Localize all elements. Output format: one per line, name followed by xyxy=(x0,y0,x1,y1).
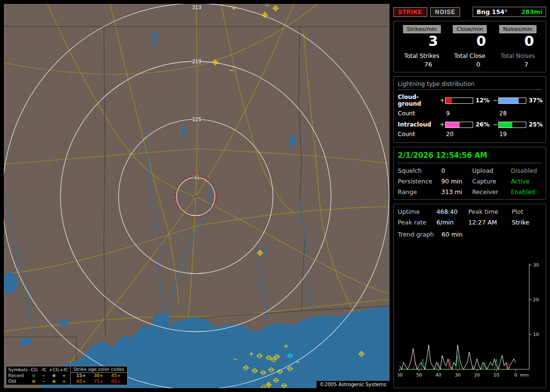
strike-button[interactable]: STRIKE xyxy=(393,7,427,17)
map-canvas: 31125219313 xyxy=(4,4,390,388)
noises-per-min-chip[interactable]: Noises/min xyxy=(499,25,536,33)
peak-rate-label: Peak rate xyxy=(398,219,436,226)
total-strikes-label: Total Strikes xyxy=(398,53,446,59)
close-rate-value: 0 xyxy=(446,33,493,49)
trend-graph-period: 60 min xyxy=(442,231,463,238)
svg-text:50: 50 xyxy=(416,372,422,378)
total-close-value: 0 xyxy=(446,61,493,68)
peak-time-value: 12:27 AM xyxy=(468,219,512,226)
svg-text:10: 10 xyxy=(533,332,539,337)
recent-label: Recent xyxy=(7,373,29,378)
minus-sign: − xyxy=(492,121,498,128)
datetime-display: 2/1/2026 12:54:56 AM xyxy=(398,151,542,163)
map-legend: Symbols -CG -IC +CG +IC Recent ⊖ − ⊕ + O… xyxy=(6,366,128,385)
top-toolbar: STRIKE NOISE Bng 154° 283mi xyxy=(393,4,546,17)
age-header: Strike age color codes xyxy=(71,366,127,373)
total-strikes-value: 76 xyxy=(398,61,446,68)
receiver-state: Enabled xyxy=(511,188,542,196)
ic-neg-pct: 25% xyxy=(526,121,541,128)
noises-rate-value: 0 xyxy=(494,33,542,49)
svg-text:20: 20 xyxy=(474,372,480,378)
svg-text:10: 10 xyxy=(493,372,499,378)
plot-value: Strike xyxy=(512,219,542,226)
plus-sign: + xyxy=(439,97,445,104)
svg-text:30: 30 xyxy=(455,372,461,378)
age-75: 75+ xyxy=(90,378,107,384)
cg-pos-bar xyxy=(445,98,473,104)
recent-pos-cg-icon: ⊕ xyxy=(49,373,59,378)
age-15: 15+ xyxy=(72,373,90,378)
ic-pos-bar xyxy=(445,122,473,128)
old-label: Old xyxy=(7,378,29,384)
old-neg-ic-icon: − xyxy=(39,378,49,384)
age-90: 90+ xyxy=(107,378,125,384)
cg-neg-count: 28 xyxy=(498,110,526,117)
distribution-title: Lightning type distribution xyxy=(398,81,542,90)
sensor-location-marker xyxy=(195,196,197,197)
svg-text:min: min xyxy=(520,372,529,378)
noise-button[interactable]: NOISE xyxy=(430,7,460,17)
upload-label: Upload xyxy=(472,167,511,174)
svg-text:30: 30 xyxy=(533,262,539,267)
cg-neg-pct: 37% xyxy=(526,97,541,104)
strikes-rate-value: 3 xyxy=(398,33,446,49)
total-close-label: Total Close xyxy=(446,53,493,59)
peak-rate-value: 6/min xyxy=(436,219,468,226)
cloud-ground-label: Cloud-ground xyxy=(398,94,439,107)
strikes-per-min-chip[interactable]: Strikes/min xyxy=(403,25,441,33)
cg-count-label: Count xyxy=(398,110,439,117)
trend-graph-label: Trend graph xyxy=(398,231,434,238)
intracloud-row: Intracloud + 26% − 25% Count 20 19 xyxy=(398,121,542,138)
copyright-notice: ©2005 Astrogenic Systems xyxy=(317,381,390,388)
ring-label-219: 219 xyxy=(192,59,201,64)
age-legend: Strike age color codes 15+ 30+ 45+ 60+ 7… xyxy=(70,366,127,385)
total-noises-value: 7 xyxy=(494,61,542,68)
intracloud-label: Intracloud xyxy=(398,121,439,128)
squelch-value: 0 xyxy=(441,167,472,174)
close-per-min-chip[interactable]: Close/min xyxy=(453,25,487,33)
cg-pos-pct: 12% xyxy=(473,97,492,104)
capture-state: Active xyxy=(511,178,542,185)
svg-text:60: 60 xyxy=(398,372,403,378)
recent-neg-cg-icon: ⊖ xyxy=(29,373,39,378)
ring-label-125: 125 xyxy=(192,117,201,122)
status-panel: STRIKE NOISE Bng 154° 283mi Strikes/min … xyxy=(393,4,546,388)
persistence-value: 90 min xyxy=(441,178,472,185)
lightning-map[interactable]: 31125219313 Symbols -CG -IC +CG +IC Rece… xyxy=(4,4,390,388)
bearing-readout: Bng 154° 283mi xyxy=(473,7,546,17)
squelch-label: Squelch xyxy=(398,167,441,174)
old-pos-cg-icon: ⊕ xyxy=(49,378,59,384)
trend-graph-chart: 1020306050403020100min xyxy=(398,261,544,384)
trend-series-close xyxy=(400,355,516,369)
ic-pos-count: 20 xyxy=(445,131,473,138)
svg-text:40: 40 xyxy=(435,372,441,378)
col-neg-cg: -CG xyxy=(29,367,39,373)
capture-label: Capture xyxy=(472,178,511,185)
cg-pos-count: 9 xyxy=(445,110,473,117)
svg-text:20: 20 xyxy=(533,297,539,302)
plot-label: Plot xyxy=(512,208,542,215)
col-pos-cg: +CG xyxy=(49,367,59,373)
minus-sign: − xyxy=(492,97,498,104)
col-neg-ic: -IC xyxy=(39,367,49,373)
plus-sign: + xyxy=(439,121,445,128)
symbol-legend: Symbols -CG -IC +CG +IC Recent ⊖ − ⊕ + O… xyxy=(6,366,70,385)
receiver-label: Receiver xyxy=(472,188,511,196)
uptime-value: 468:40 xyxy=(436,208,468,215)
symbols-header: Symbols xyxy=(7,367,29,373)
recent-neg-ic-icon: − xyxy=(39,373,49,378)
uptime-label: Uptime xyxy=(398,208,436,215)
ring-label-313: 313 xyxy=(192,5,201,10)
persistence-label: Persistence xyxy=(398,178,441,185)
ic-pos-pct: 26% xyxy=(473,121,492,128)
total-noises-label: Total Noises xyxy=(494,53,542,59)
range-value: 313 mi xyxy=(441,188,472,196)
ic-count-label: Count xyxy=(398,131,439,138)
trend-section: Uptime 468:40 Peak time Plot Peak rate 6… xyxy=(393,204,546,388)
recent-pos-ic-icon: + xyxy=(59,373,69,378)
distribution-section: Lightning type distribution Cloud-ground… xyxy=(393,76,546,143)
cg-neg-bar xyxy=(498,98,526,104)
bearing-distance: 283mi xyxy=(521,8,542,15)
ic-neg-bar xyxy=(498,122,526,128)
svg-text:0: 0 xyxy=(514,372,517,378)
